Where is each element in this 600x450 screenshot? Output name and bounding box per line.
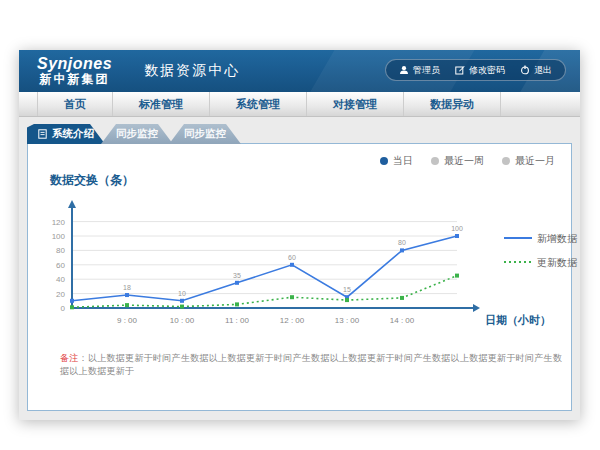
nav-item-home[interactable]: 首页 [37, 92, 113, 116]
change-password-label: 修改密码 [469, 64, 505, 77]
svg-text:40: 40 [56, 275, 65, 284]
logout-label: 退出 [534, 64, 552, 77]
tab-bar: 系统介绍 同步监控 同步监控 [27, 124, 241, 144]
time-range-filter: 当日 最近一周 最近一月 [380, 154, 555, 168]
filter-label: 最近一月 [515, 154, 555, 168]
radio-dot-icon [380, 157, 388, 165]
svg-text:10 : 00: 10 : 00 [170, 316, 195, 325]
svg-text:0: 0 [61, 304, 66, 313]
filter-option-last-month[interactable]: 最近一月 [502, 154, 555, 168]
line-chart: 0204060801001209 : 0010 : 0011 : 0012 : … [38, 196, 581, 338]
user-toolbar: 管理员 修改密码 退出 [385, 59, 566, 81]
user-label: 管理员 [413, 64, 440, 77]
main-nav: 首页 标准管理 系统管理 对接管理 数据异动 [19, 92, 580, 117]
svg-text:新增数据: 新增数据 [537, 233, 578, 244]
content-area: 系统介绍 同步监控 同步监控 当日 最近一周 [19, 117, 580, 419]
filter-option-today[interactable]: 当日 [380, 154, 413, 168]
document-icon [38, 129, 47, 139]
change-password-button[interactable]: 修改密码 [455, 64, 505, 77]
svg-text:35: 35 [233, 272, 241, 279]
svg-text:14 : 00: 14 : 00 [390, 316, 415, 325]
tab-label: 同步监控 [116, 127, 158, 141]
svg-text:10: 10 [178, 290, 186, 297]
app-window: Synjones 新中新集团 数据资源中心 管理员 修改密码 [19, 50, 580, 420]
nav-item-interface-mgmt[interactable]: 对接管理 [307, 92, 404, 116]
svg-text:18: 18 [123, 284, 131, 291]
svg-text:60: 60 [56, 261, 65, 270]
svg-text:13 : 00: 13 : 00 [335, 316, 360, 325]
svg-text:80: 80 [398, 239, 406, 246]
svg-text:100: 100 [451, 225, 463, 232]
svg-text:100: 100 [52, 232, 66, 241]
radio-dot-icon [431, 157, 439, 165]
tab-system-intro[interactable]: 系统介绍 [27, 124, 105, 144]
power-icon [520, 65, 530, 75]
svg-text:12 : 00: 12 : 00 [280, 316, 305, 325]
logout-button[interactable]: 退出 [520, 64, 552, 77]
footnote-text: ：以上数据更新于时间产生数据以上数据更新于时间产生数据以上数据更新于时间产生数据… [60, 353, 562, 376]
tab-label: 系统介绍 [52, 127, 94, 141]
svg-text:日期（小时）: 日期（小时） [485, 314, 551, 327]
svg-text:120: 120 [52, 218, 66, 227]
nav-item-system-mgmt[interactable]: 系统管理 [210, 92, 307, 116]
logo-english: Synjones [37, 56, 112, 73]
chart-panel: 当日 最近一周 最近一月 数据交换（条） 0204060801001209 : … [27, 143, 572, 411]
footnote: 备注：以上数据更新于时间产生数据以上数据更新于时间产生数据以上数据更新于时间产生… [60, 352, 571, 378]
svg-text:15: 15 [343, 286, 351, 293]
company-logo: Synjones 新中新集团 [37, 56, 112, 85]
page-title: 数据资源中心 [130, 62, 240, 80]
nav-item-standard-mgmt[interactable]: 标准管理 [113, 92, 210, 116]
app-header: Synjones 新中新集团 数据资源中心 管理员 修改密码 [19, 50, 580, 92]
footnote-prefix: 备注 [60, 353, 79, 363]
radio-dot-icon [502, 157, 510, 165]
filter-label: 最近一周 [444, 154, 484, 168]
svg-text:更新数据: 更新数据 [537, 257, 578, 268]
y-axis-title: 数据交换（条） [50, 172, 134, 189]
tab-sync-monitor-2[interactable]: 同步监控 [169, 124, 241, 144]
user-icon [399, 65, 409, 75]
filter-label: 当日 [393, 154, 413, 168]
svg-text:60: 60 [288, 254, 296, 261]
svg-text:20: 20 [56, 290, 65, 299]
svg-text:9 : 00: 9 : 00 [117, 316, 138, 325]
svg-text:11 : 00: 11 : 00 [225, 316, 249, 325]
edit-icon [455, 65, 465, 75]
filter-option-last-week[interactable]: 最近一周 [431, 154, 484, 168]
logo-chinese: 新中新集团 [37, 73, 112, 86]
tab-label: 同步监控 [184, 127, 226, 141]
svg-text:80: 80 [56, 246, 65, 255]
tab-sync-monitor-1[interactable]: 同步监控 [101, 124, 173, 144]
current-user[interactable]: 管理员 [399, 64, 440, 77]
nav-item-data-change[interactable]: 数据异动 [404, 92, 501, 116]
